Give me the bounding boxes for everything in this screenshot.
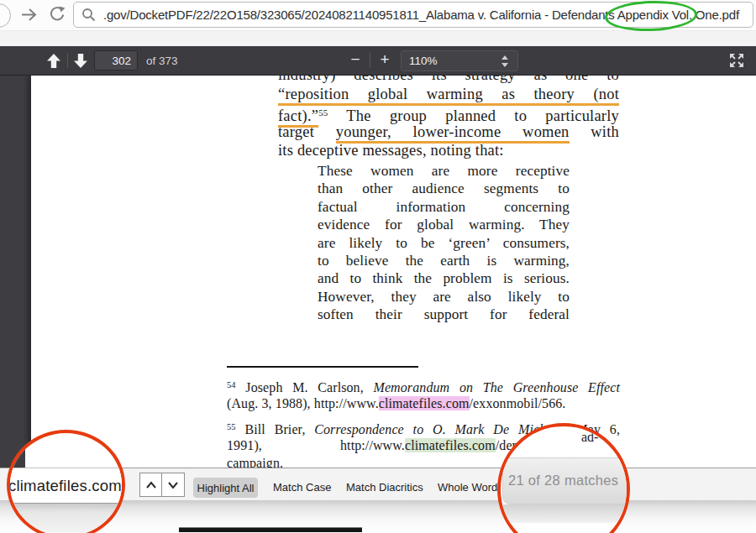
match-case-button[interactable]: Match Case: [273, 481, 331, 494]
page-count-label: of 373: [146, 55, 178, 67]
footnote-text-fragment: ad-: [581, 430, 598, 445]
search-match-highlight: climatefiles.com: [379, 396, 470, 410]
paragraph-line-clipped: industry) describes its strategy as one …: [278, 76, 619, 85]
bubble-shadow-fragment-2: [497, 504, 630, 523]
page-up-button[interactable]: [44, 50, 64, 71]
footnote-separator: [227, 366, 418, 368]
search-icon: [81, 8, 96, 22]
toolbar-separator-2: [370, 53, 370, 68]
find-next-button[interactable]: [162, 473, 185, 497]
find-previous-button[interactable]: [139, 473, 162, 497]
whole-words-button[interactable]: Whole Words: [438, 481, 503, 494]
match-count-pill: 21 of 28 matches: [502, 457, 630, 504]
reload-icon: [48, 6, 66, 24]
pdf-toolbar: 302 of 373 − + 110%: [0, 46, 756, 76]
arrow-down-icon: [72, 53, 89, 69]
browser-window: .gov/DocketPDF/22/22O158/323065/20240821…: [0, 0, 756, 533]
next-page-top-bar: [179, 527, 362, 532]
reload-button[interactable]: [48, 6, 66, 27]
annotation-red-circle-left: climatefiles.com: [7, 430, 125, 533]
chrome-gap: [0, 31, 756, 46]
find-nav-buttons: [139, 473, 185, 497]
forward-icon: [20, 7, 39, 23]
footnote-54: 54 Joseph M. Carlson, Memorandum on The …: [227, 376, 620, 412]
pdf-viewer: industry) describes its strategy as one …: [0, 76, 756, 468]
toolbar-separator: [67, 53, 68, 68]
match-diacritics-button[interactable]: Match Diacritics: [346, 481, 423, 494]
match-count-label: 21 of 28 matches: [503, 458, 629, 489]
page-down-button[interactable]: [71, 50, 91, 71]
presentation-mode-button[interactable]: [726, 51, 748, 70]
blockquote: These women are more receptive than othe…: [318, 162, 570, 324]
zoom-level-value: 110%: [409, 55, 438, 67]
search-match-highlight-current: climatefiles.com: [405, 438, 496, 452]
footnote-ref-55: 55: [318, 107, 328, 118]
back-button[interactable]: [0, 3, 11, 28]
select-arrows-icon: [501, 55, 508, 68]
forward-button[interactable]: [20, 7, 39, 26]
underlined-phrase-1: “reposition global warming as theory (no…: [278, 86, 619, 106]
zoom-in-button[interactable]: +: [374, 50, 396, 71]
find-query-text: climatefiles.com: [7, 477, 122, 495]
pdf-page: industry) describes its strategy as one …: [31, 76, 756, 468]
highlight-all-button[interactable]: Highlight All: [193, 478, 258, 498]
paragraph: industry) describes its strategy as one …: [278, 76, 619, 160]
zoom-out-button[interactable]: −: [344, 50, 366, 71]
expand-icon: [727, 52, 746, 69]
find-input[interactable]: climatefiles.com: [7, 468, 125, 504]
arrow-up-icon: [45, 53, 62, 69]
page-number-input[interactable]: 302: [94, 50, 138, 71]
chevron-up-icon: [144, 480, 158, 490]
chevron-down-icon: [166, 480, 180, 490]
zoom-level-select[interactable]: 110%: [401, 50, 518, 71]
underlined-phrase-3: younger, lower-income women: [336, 123, 570, 144]
